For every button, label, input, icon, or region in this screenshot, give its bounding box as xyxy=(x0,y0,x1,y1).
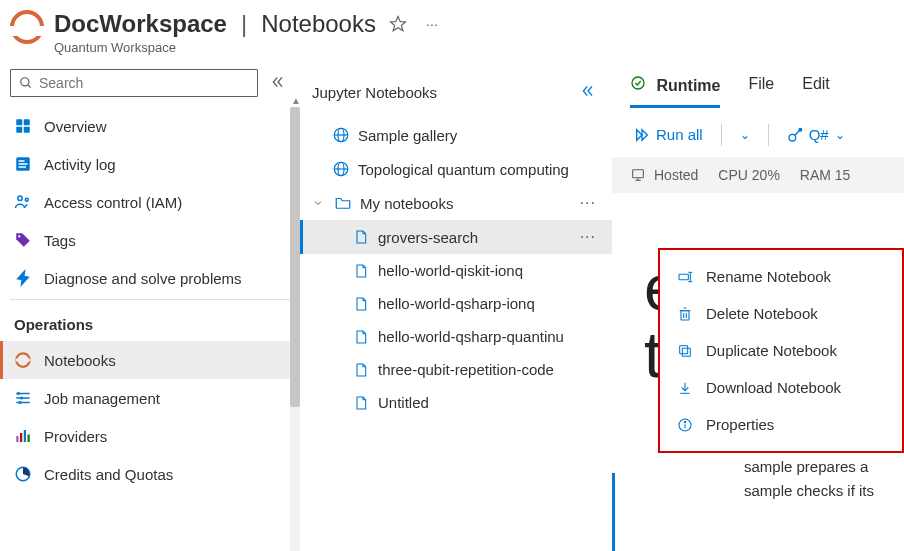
tree-file-grovers-search[interactable]: grovers-search ··· xyxy=(300,220,612,254)
editor-tabs: Runtime File Edit xyxy=(612,61,904,108)
access-control-icon xyxy=(14,193,32,211)
tree-file-label: grovers-search xyxy=(378,229,568,246)
sidebar-item-credits-quotas[interactable]: Credits and Quotas xyxy=(0,455,300,493)
page-header: DocWorkspace | Notebooks ··· Quantum Wor… xyxy=(0,0,904,61)
kernel-label: Q# xyxy=(809,126,829,143)
file-context-menu: Rename Notebook Delete Notebook Duplicat… xyxy=(658,248,904,453)
tab-runtime[interactable]: Runtime xyxy=(630,75,720,108)
file-icon xyxy=(352,296,370,312)
chevron-down-icon: ⌄ xyxy=(835,128,845,142)
ctx-label: Download Notebook xyxy=(706,379,841,396)
delete-icon xyxy=(676,306,694,322)
svg-rect-8 xyxy=(19,160,25,162)
svg-point-19 xyxy=(18,393,20,395)
toolbar-separator xyxy=(721,124,722,146)
tree-item-sample-gallery[interactable]: Sample gallery xyxy=(300,118,612,152)
sidebar-item-notebooks[interactable]: Notebooks xyxy=(0,341,300,379)
left-sidebar: ▲ Overview Activity log Access control (… xyxy=(0,61,300,551)
sidebar-item-providers[interactable]: Providers xyxy=(0,417,300,455)
run-all-dropdown[interactable]: ⌄ xyxy=(736,124,754,146)
sidebar-item-label: Job management xyxy=(44,390,160,407)
tab-label: File xyxy=(748,75,774,92)
svg-rect-52 xyxy=(680,345,688,353)
globe-icon xyxy=(332,160,350,178)
chevron-down-icon xyxy=(312,195,326,212)
tree-file[interactable]: hello-world-qiskit-ionq xyxy=(300,254,612,287)
folder-more-button[interactable]: ··· xyxy=(576,194,600,212)
tree-file[interactable]: Untitled xyxy=(300,386,612,419)
tree-item-topological[interactable]: Topological quantum computing xyxy=(300,152,612,186)
jobs-icon xyxy=(14,389,32,407)
page-title: Notebooks xyxy=(261,10,376,38)
sidebar-scrollbar-thumb[interactable] xyxy=(290,107,300,407)
search-input[interactable] xyxy=(39,75,249,91)
tab-edit[interactable]: Edit xyxy=(802,75,830,108)
tree-folder-label: My notebooks xyxy=(360,195,568,212)
notebooks-icon xyxy=(14,351,32,369)
body-frag: sample checks if its xyxy=(744,479,904,503)
kernel-selector[interactable]: Q# ⌄ xyxy=(783,122,849,147)
svg-rect-5 xyxy=(16,127,22,133)
sidebar-item-activity-log[interactable]: Activity log xyxy=(0,145,300,183)
file-more-button[interactable]: ··· xyxy=(576,228,600,246)
tree-file-label: hello-world-qsharp-ionq xyxy=(378,295,600,312)
search-input-wrapper[interactable] xyxy=(10,69,258,97)
tree-file-label: three-qubit-repetition-code xyxy=(378,361,600,378)
ctx-duplicate-notebook[interactable]: Duplicate Notebook xyxy=(660,332,902,369)
svg-point-20 xyxy=(21,397,23,399)
sidebar-item-label: Notebooks xyxy=(44,352,116,369)
sidebar-item-tags[interactable]: Tags xyxy=(0,221,300,259)
svg-rect-46 xyxy=(681,310,689,319)
collapse-file-browser-button[interactable] xyxy=(576,79,600,106)
tree-file[interactable]: three-qubit-repetition-code xyxy=(300,353,612,386)
svg-rect-22 xyxy=(16,436,18,442)
svg-rect-6 xyxy=(24,127,30,133)
status-hosted: Hosted xyxy=(630,167,698,183)
chevron-double-left-icon xyxy=(580,83,596,99)
ctx-delete-notebook[interactable]: Delete Notebook xyxy=(660,295,902,332)
sidebar-item-label: Overview xyxy=(44,118,107,135)
sidebar-item-job-management[interactable]: Job management xyxy=(0,379,300,417)
editor-toolbar: Run all ⌄ Q# ⌄ xyxy=(612,108,904,157)
run-all-icon xyxy=(634,127,650,143)
compute-icon xyxy=(630,167,646,183)
svg-rect-15 xyxy=(16,359,31,362)
collapse-sidebar-button[interactable] xyxy=(266,70,290,97)
tree-file[interactable]: hello-world-qsharp-quantinu xyxy=(300,320,612,353)
sidebar-item-label: Activity log xyxy=(44,156,116,173)
tab-file[interactable]: File xyxy=(748,75,774,108)
svg-point-1 xyxy=(21,78,29,86)
status-cpu: CPU 20% xyxy=(718,167,779,183)
svg-point-21 xyxy=(19,402,21,404)
ctx-download-notebook[interactable]: Download Notebook xyxy=(660,369,902,406)
sidebar-item-label: Tags xyxy=(44,232,76,249)
status-label: Hosted xyxy=(654,167,698,183)
chevron-down-icon: ⌄ xyxy=(740,128,750,142)
ctx-properties[interactable]: Properties xyxy=(660,406,902,443)
credits-icon xyxy=(14,465,32,483)
tree-folder-my-notebooks[interactable]: My notebooks ··· xyxy=(300,186,612,220)
title-separator: | xyxy=(241,10,247,38)
scroll-up-arrow[interactable]: ▲ xyxy=(291,95,299,106)
run-all-button[interactable]: Run all xyxy=(630,122,707,147)
file-icon xyxy=(352,362,370,378)
svg-point-38 xyxy=(799,128,802,131)
sidebar-item-label: Credits and Quotas xyxy=(44,466,173,483)
favorite-button[interactable] xyxy=(386,12,410,36)
tree-file[interactable]: hello-world-qsharp-ionq xyxy=(300,287,612,320)
sidebar-item-access-control[interactable]: Access control (IAM) xyxy=(0,183,300,221)
more-actions-button[interactable]: ··· xyxy=(420,12,444,36)
sidebar-nav: ▲ Overview Activity log Access control (… xyxy=(0,107,300,551)
svg-rect-42 xyxy=(679,274,688,279)
svg-marker-34 xyxy=(637,129,642,140)
ctx-label: Properties xyxy=(706,416,774,433)
ctx-rename-notebook[interactable]: Rename Notebook xyxy=(660,258,902,295)
nav-divider xyxy=(10,299,290,300)
sidebar-item-overview[interactable]: Overview xyxy=(0,107,300,145)
file-icon xyxy=(352,263,370,279)
sidebar-item-diagnose[interactable]: Diagnose and solve problems xyxy=(0,259,300,297)
tree-file-label: hello-world-qiskit-ionq xyxy=(378,262,600,279)
duplicate-icon xyxy=(676,343,694,359)
ctx-label: Rename Notebook xyxy=(706,268,831,285)
chevron-double-left-icon xyxy=(270,74,286,90)
